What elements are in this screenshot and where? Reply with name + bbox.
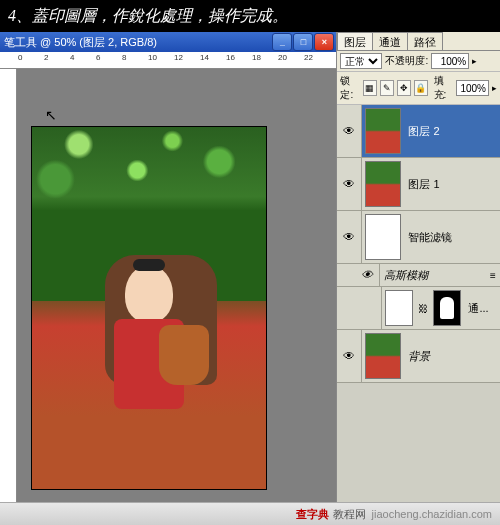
lock-all-icon[interactable]: 🔒: [414, 80, 428, 96]
filter-name[interactable]: 高斯模糊: [380, 268, 486, 283]
ruler-tick-label: 18: [252, 53, 261, 62]
document-titlebar[interactable]: 笔工具 @ 50% (图层 2, RGB/8) _ □ ×: [0, 32, 336, 52]
lock-transparency-icon[interactable]: ▦: [363, 80, 377, 96]
ruler-tick-label: 12: [174, 53, 183, 62]
lock-pixels-icon[interactable]: ✎: [380, 80, 394, 96]
layer-row-background[interactable]: 👁 背景: [337, 330, 500, 383]
layer-name[interactable]: 智能滤镜: [404, 230, 500, 245]
layer-name[interactable]: 图层 1: [404, 177, 500, 192]
lock-fill-row: 锁定: ▦ ✎ ✥ 🔒 填充: 100% ▸: [337, 72, 500, 105]
ruler-tick-label: 0: [18, 53, 22, 62]
layer-row[interactable]: 👁 图层 2: [337, 105, 500, 158]
watermark-url: jiaocheng.chazidian.com: [372, 508, 492, 520]
fill-arrow-icon[interactable]: ▸: [492, 83, 497, 93]
document-window: 笔工具 @ 50% (图层 2, RGB/8) _ □ × 0 2 4 6 8 …: [0, 32, 336, 503]
filter-blend-icon[interactable]: ≡: [486, 270, 500, 281]
layer-row-adjustment[interactable]: ⛓ 通...: [337, 287, 500, 330]
panel-tabs: 图层 通道 路径: [337, 32, 500, 51]
visibility-toggle-icon[interactable]: 👁: [337, 105, 362, 157]
tab-paths[interactable]: 路径: [407, 32, 443, 50]
document-title: 笔工具 @ 50% (图层 2, RGB/8): [4, 35, 272, 50]
layer-list: 👁 图层 2 👁 图层 1 👁 智能滤镜 👁 高斯模糊 ≡: [337, 105, 500, 503]
ruler-tick-label: 4: [70, 53, 74, 62]
workspace: 笔工具 @ 50% (图层 2, RGB/8) _ □ × 0 2 4 6 8 …: [0, 32, 500, 503]
ruler-tick-label: 22: [304, 53, 313, 62]
fill-value[interactable]: 100%: [456, 80, 489, 96]
watermark-footer: 查字典 教程网 jiaocheng.chazidian.com: [0, 502, 500, 525]
ruler-tick-label: 2: [44, 53, 48, 62]
ruler-tick-label: 16: [226, 53, 235, 62]
layer-name[interactable]: 通...: [464, 301, 500, 316]
window-buttons: _ □ ×: [272, 33, 336, 51]
layer-row-filter[interactable]: 👁 高斯模糊 ≡: [337, 264, 500, 287]
layer-thumbnail[interactable]: [365, 161, 401, 207]
close-button[interactable]: ×: [314, 33, 334, 51]
visibility-toggle-icon[interactable]: 👁: [355, 264, 380, 286]
layer-row[interactable]: 👁 图层 1: [337, 158, 500, 211]
smartfilters-mask-thumbnail[interactable]: [365, 214, 401, 260]
ruler-tick-label: 20: [278, 53, 287, 62]
visibility-toggle-icon[interactable]: [357, 287, 382, 329]
watermark-brand: 查字典: [296, 507, 329, 522]
blend-opacity-row: 正常 不透明度: 100% ▸: [337, 51, 500, 72]
document-content: ↖: [0, 69, 336, 503]
cursor-icon: ↖: [45, 107, 57, 123]
canvas-image[interactable]: [32, 127, 266, 489]
canvas-area[interactable]: ↖: [17, 69, 336, 503]
tab-channels[interactable]: 通道: [372, 32, 408, 50]
lock-position-icon[interactable]: ✥: [397, 80, 411, 96]
watermark-suffix: 教程网: [333, 507, 366, 522]
ruler-tick-label: 6: [96, 53, 100, 62]
bag-shape: [159, 325, 209, 385]
opacity-arrow-icon[interactable]: ▸: [472, 56, 477, 66]
layer-thumbnail[interactable]: [365, 108, 401, 154]
adjustment-thumbnail[interactable]: [385, 290, 413, 326]
instruction-caption: 4、蓋印圖層，作銳化處理，操作完成。: [0, 0, 500, 32]
fill-label: 填充:: [434, 74, 453, 102]
layer-row-smartfilters[interactable]: 👁 智能滤镜: [337, 211, 500, 264]
opacity-label: 不透明度:: [385, 54, 428, 68]
ruler-tick-label: 10: [148, 53, 157, 62]
sunglasses-shape: [133, 259, 165, 271]
blend-mode-select[interactable]: 正常: [340, 53, 382, 69]
visibility-toggle-icon[interactable]: 👁: [337, 211, 362, 263]
maximize-button[interactable]: □: [293, 33, 313, 51]
image-subject: [109, 265, 189, 465]
ruler-horizontal[interactable]: 0 2 4 6 8 10 12 14 16 18 20 22: [0, 52, 336, 69]
opacity-value[interactable]: 100%: [431, 53, 469, 69]
visibility-toggle-icon[interactable]: 👁: [337, 330, 362, 382]
lock-label: 锁定:: [340, 74, 359, 102]
minimize-button[interactable]: _: [272, 33, 292, 51]
visibility-toggle-icon[interactable]: 👁: [337, 158, 362, 210]
layer-name[interactable]: 背景: [404, 349, 500, 364]
layers-panel: 图层 通道 路径 正常 不透明度: 100% ▸ 锁定: ▦ ✎ ✥ 🔒 填充:…: [336, 32, 500, 503]
tab-layers[interactable]: 图层: [337, 32, 373, 50]
layer-mask-thumbnail[interactable]: [433, 290, 461, 326]
ruler-vertical[interactable]: [0, 69, 17, 503]
layer-name[interactable]: 图层 2: [404, 124, 500, 139]
layer-thumbnail[interactable]: [365, 333, 401, 379]
link-icon[interactable]: ⛓: [416, 303, 430, 314]
head-shape: [125, 265, 173, 323]
ruler-tick-label: 8: [122, 53, 126, 62]
ruler-tick-label: 14: [200, 53, 209, 62]
